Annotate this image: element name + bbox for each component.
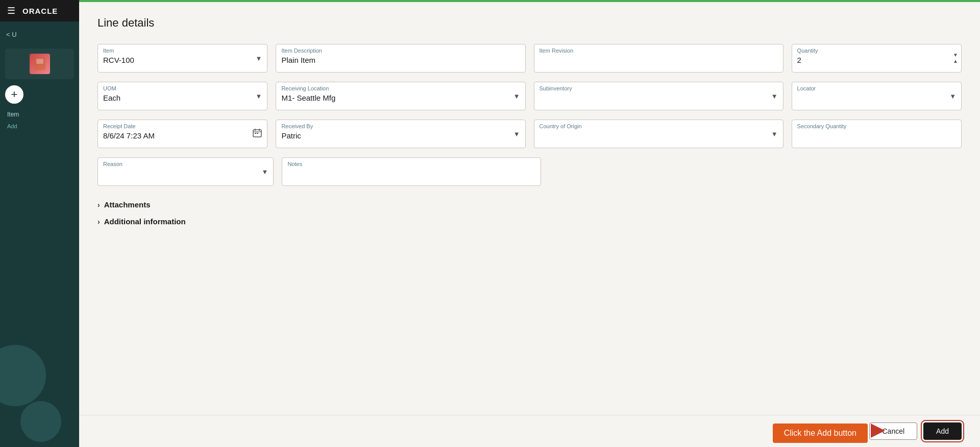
attachments-chevron-icon: › xyxy=(97,201,100,209)
svg-rect-7 xyxy=(257,133,258,134)
receipt-date-field[interactable]: Receipt Date 8/6/24 7:23 AM xyxy=(97,120,267,148)
receipt-date-value: 8/6/24 7:23 AM xyxy=(103,130,262,141)
decoration-blob-2 xyxy=(20,401,61,442)
sidebar-add-label: Add xyxy=(0,121,79,131)
sidebar-item-label: Item xyxy=(0,108,79,121)
calendar-icon[interactable] xyxy=(253,128,262,139)
item-description-field[interactable]: Item Description Plain Item xyxy=(276,44,525,73)
quantity-arrows: ▼ ▲ xyxy=(953,44,958,72)
sidebar-nav: < U + Item Add xyxy=(0,21,79,136)
svg-rect-1 xyxy=(36,59,43,64)
received-by-label: Received By xyxy=(281,123,520,129)
notes-field[interactable]: Notes xyxy=(282,157,541,186)
received-by-value: Patric xyxy=(281,130,520,141)
additional-info-section[interactable]: › Additional information xyxy=(97,212,962,229)
decoration-blob-1 xyxy=(0,345,46,406)
locator-dropdown-icon: ▼ xyxy=(949,92,956,100)
reason-dropdown-icon: ▼ xyxy=(262,168,268,176)
sidebar-back-btn[interactable]: < U xyxy=(0,27,79,42)
uom-value: Each xyxy=(103,92,262,103)
item-field[interactable]: Item RCV-100 ▼ xyxy=(97,44,267,73)
add-button[interactable]: Add xyxy=(923,422,962,440)
panel: Line details Item RCV-100 ▼ Item Descrip… xyxy=(79,2,980,415)
reason-label: Reason xyxy=(103,161,268,167)
svg-rect-6 xyxy=(255,133,256,134)
uom-field[interactable]: UOM Each ▼ xyxy=(97,82,267,110)
quantity-field[interactable]: Quantity 2 ▼ ▲ xyxy=(792,44,962,73)
locator-field[interactable]: Locator ▼ xyxy=(792,82,962,110)
sidebar-add-button[interactable]: + xyxy=(5,85,23,104)
item-label: Item xyxy=(103,48,262,54)
tooltip-text: Click the Add button xyxy=(784,429,856,437)
row4-spacer xyxy=(549,157,962,186)
attachments-title: Attachments xyxy=(104,200,151,209)
tooltip-arrow xyxy=(871,424,885,438)
oracle-logo: ORACLE xyxy=(22,7,58,15)
sidebar-top-bar: ☰ ORACLE xyxy=(0,0,79,21)
receiving-location-field[interactable]: Receiving Location M1- Seattle Mfg ▼ xyxy=(276,82,525,110)
locator-label: Locator xyxy=(797,85,956,91)
secondary-qty-label: Secondary Quantity xyxy=(797,123,956,129)
item-rev-label: Item Revision xyxy=(540,48,778,54)
qty-up-icon[interactable]: ▲ xyxy=(953,59,958,64)
form-row-4: Reason ▼ Notes xyxy=(97,157,962,186)
attachments-section[interactable]: › Attachments xyxy=(97,195,962,212)
subinv-dropdown-icon: ▼ xyxy=(771,92,778,100)
qty-value: 2 xyxy=(797,55,956,65)
form-row-3: Receipt Date 8/6/24 7:23 AM Received By … xyxy=(97,120,962,148)
back-label: < U xyxy=(6,31,17,38)
uom-label: UOM xyxy=(103,85,262,91)
sidebar-user-area xyxy=(5,49,74,79)
qty-label: Quantity xyxy=(797,48,956,54)
item-desc-label: Item Description xyxy=(281,48,520,54)
bottom-bar: Click the Add button Cancel Add xyxy=(79,415,980,447)
panel-title: Line details xyxy=(97,16,962,30)
avatar xyxy=(30,54,50,74)
subinv-label: Subinventory xyxy=(540,85,778,91)
country-label: Country of Origin xyxy=(540,123,778,129)
additional-info-title: Additional information xyxy=(104,217,186,226)
subinventory-field[interactable]: Subinventory ▼ xyxy=(534,82,783,110)
country-dropdown-icon: ▼ xyxy=(771,130,778,138)
item-value: RCV-100 xyxy=(103,55,262,65)
tooltip-callout: Click the Add button xyxy=(773,424,868,443)
receipt-date-label: Receipt Date xyxy=(103,123,262,129)
country-of-origin-field[interactable]: Country of Origin ▼ xyxy=(534,120,783,148)
received-by-field[interactable]: Received By Patric ▼ xyxy=(276,120,525,148)
recv-loc-label: Receiving Location xyxy=(281,85,520,91)
additional-info-chevron-icon: › xyxy=(97,218,100,226)
qty-down-icon[interactable]: ▼ xyxy=(953,53,958,58)
item-desc-value: Plain Item xyxy=(281,55,520,65)
reason-field[interactable]: Reason ▼ xyxy=(97,157,274,186)
recv-loc-value: M1- Seattle Mfg xyxy=(281,92,520,103)
main-content: Line details Item RCV-100 ▼ Item Descrip… xyxy=(79,0,980,447)
sidebar: ☰ ORACLE < U + Item Add xyxy=(0,0,79,447)
hamburger-icon[interactable]: ☰ xyxy=(7,5,15,16)
form-row-2: UOM Each ▼ Receiving Location M1- Seattl… xyxy=(97,82,962,110)
avatar-icon xyxy=(33,57,47,71)
notes-label: Notes xyxy=(287,161,535,167)
secondary-quantity-field[interactable]: Secondary Quantity xyxy=(792,120,962,148)
form-row-1: Item RCV-100 ▼ Item Description Plain It… xyxy=(97,44,962,73)
item-revision-field[interactable]: Item Revision xyxy=(534,44,783,73)
